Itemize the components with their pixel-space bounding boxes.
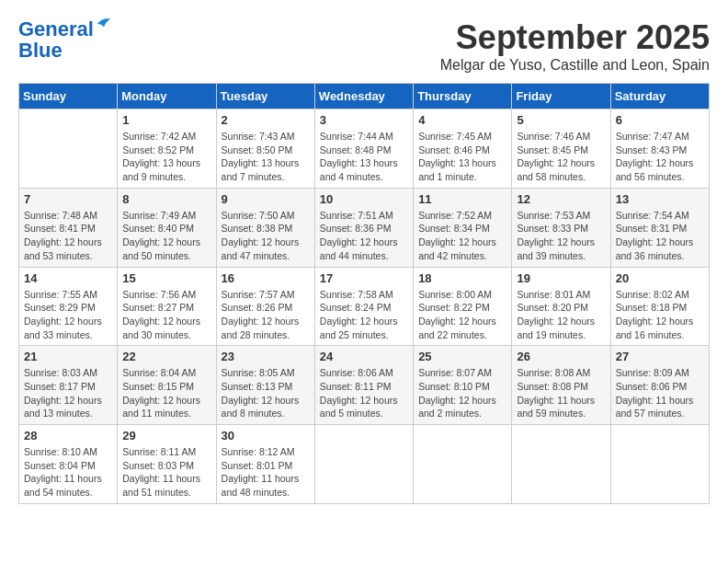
day-info: Sunrise: 7:52 AM Sunset: 8:34 PM Dayligh…: [418, 209, 506, 263]
calendar-week-2: 7Sunrise: 7:48 AM Sunset: 8:41 PM Daylig…: [19, 188, 710, 267]
calendar-cell: 8Sunrise: 7:49 AM Sunset: 8:40 PM Daylig…: [118, 188, 216, 267]
calendar-cell: 27Sunrise: 8:09 AM Sunset: 8:06 PM Dayli…: [610, 346, 709, 425]
day-info: Sunrise: 7:44 AM Sunset: 8:48 PM Dayligh…: [320, 130, 408, 184]
day-number: 21: [24, 350, 112, 363]
calendar-cell: [19, 109, 118, 189]
calendar-cell: 18Sunrise: 8:00 AM Sunset: 8:22 PM Dayli…: [414, 267, 512, 346]
calendar-cell: 13Sunrise: 7:54 AM Sunset: 8:31 PM Dayli…: [610, 188, 709, 267]
logo-bird-icon: [96, 16, 112, 32]
day-info: Sunrise: 7:55 AM Sunset: 8:29 PM Dayligh…: [24, 288, 112, 342]
day-number: 10: [320, 192, 408, 206]
day-info: Sunrise: 7:45 AM Sunset: 8:46 PM Dayligh…: [418, 130, 506, 184]
calendar-cell: 1Sunrise: 7:42 AM Sunset: 8:52 PM Daylig…: [118, 109, 216, 189]
column-header-thursday: Thursday: [414, 84, 512, 109]
column-header-wednesday: Wednesday: [314, 84, 413, 109]
day-number: 24: [320, 350, 408, 363]
day-info: Sunrise: 8:10 AM Sunset: 8:04 PM Dayligh…: [24, 445, 112, 500]
day-number: 29: [122, 429, 210, 442]
calendar-cell: 10Sunrise: 7:51 AM Sunset: 8:36 PM Dayli…: [314, 188, 413, 267]
day-info: Sunrise: 8:05 AM Sunset: 8:13 PM Dayligh…: [222, 366, 310, 420]
column-header-tuesday: Tuesday: [216, 84, 314, 109]
day-number: 13: [616, 192, 704, 206]
day-info: Sunrise: 8:04 AM Sunset: 8:15 PM Dayligh…: [122, 366, 210, 420]
day-info: Sunrise: 8:07 AM Sunset: 8:10 PM Dayligh…: [418, 366, 506, 420]
calendar-cell: 25Sunrise: 8:07 AM Sunset: 8:10 PM Dayli…: [414, 346, 512, 425]
calendar-cell: 28Sunrise: 8:10 AM Sunset: 8:04 PM Dayli…: [19, 425, 118, 504]
day-info: Sunrise: 7:47 AM Sunset: 8:43 PM Dayligh…: [616, 130, 704, 184]
day-number: 18: [418, 271, 506, 285]
day-info: Sunrise: 7:42 AM Sunset: 8:52 PM Dayligh…: [122, 130, 210, 184]
calendar-body: 1Sunrise: 7:42 AM Sunset: 8:52 PM Daylig…: [19, 109, 710, 504]
calendar-cell: 17Sunrise: 7:58 AM Sunset: 8:24 PM Dayli…: [314, 267, 413, 346]
calendar-cell: 4Sunrise: 7:45 AM Sunset: 8:46 PM Daylig…: [414, 109, 512, 189]
calendar-cell: 20Sunrise: 8:02 AM Sunset: 8:18 PM Dayli…: [610, 267, 709, 346]
day-number: 5: [517, 113, 605, 127]
day-info: Sunrise: 7:43 AM Sunset: 8:50 PM Dayligh…: [222, 130, 310, 184]
calendar-table: SundayMondayTuesdayWednesdayThursdayFrid…: [18, 83, 710, 504]
day-info: Sunrise: 8:11 AM Sunset: 8:03 PM Dayligh…: [122, 445, 210, 500]
calendar-cell: 29Sunrise: 8:11 AM Sunset: 8:03 PM Dayli…: [118, 425, 216, 504]
day-info: Sunrise: 8:12 AM Sunset: 8:01 PM Dayligh…: [222, 445, 310, 500]
title-block: September 2025 Melgar de Yuso, Castille …: [440, 18, 710, 74]
calendar-week-4: 21Sunrise: 8:03 AM Sunset: 8:17 PM Dayli…: [19, 346, 710, 425]
calendar-cell: 7Sunrise: 7:48 AM Sunset: 8:41 PM Daylig…: [19, 188, 118, 267]
day-number: 20: [616, 271, 704, 285]
day-info: Sunrise: 7:48 AM Sunset: 8:41 PM Dayligh…: [24, 209, 112, 263]
calendar-cell: 6Sunrise: 7:47 AM Sunset: 8:43 PM Daylig…: [610, 109, 709, 189]
day-number: 17: [320, 271, 408, 285]
day-info: Sunrise: 8:09 AM Sunset: 8:06 PM Dayligh…: [616, 366, 704, 420]
calendar-cell: 5Sunrise: 7:46 AM Sunset: 8:45 PM Daylig…: [512, 109, 610, 189]
day-number: 9: [222, 192, 310, 206]
calendar-week-5: 28Sunrise: 8:10 AM Sunset: 8:04 PM Dayli…: [19, 425, 710, 504]
column-header-saturday: Saturday: [610, 84, 709, 109]
calendar-cell: [314, 425, 413, 504]
day-info: Sunrise: 7:54 AM Sunset: 8:31 PM Dayligh…: [616, 209, 704, 263]
calendar-cell: [414, 425, 512, 504]
day-number: 7: [24, 192, 112, 206]
calendar-header-row: SundayMondayTuesdayWednesdayThursdayFrid…: [19, 84, 710, 109]
logo-text-blue: Blue: [18, 39, 63, 63]
day-number: 6: [616, 113, 704, 127]
calendar-week-3: 14Sunrise: 7:55 AM Sunset: 8:29 PM Dayli…: [19, 267, 710, 346]
column-header-friday: Friday: [512, 84, 610, 109]
day-info: Sunrise: 7:49 AM Sunset: 8:40 PM Dayligh…: [122, 209, 210, 263]
calendar-cell: 30Sunrise: 8:12 AM Sunset: 8:01 PM Dayli…: [216, 425, 314, 504]
logo-text-general: General: [18, 18, 94, 40]
calendar-cell: 21Sunrise: 8:03 AM Sunset: 8:17 PM Dayli…: [19, 346, 118, 425]
calendar-week-1: 1Sunrise: 7:42 AM Sunset: 8:52 PM Daylig…: [19, 109, 710, 189]
calendar-cell: 19Sunrise: 8:01 AM Sunset: 8:20 PM Dayli…: [512, 267, 610, 346]
day-number: 11: [418, 192, 506, 206]
calendar-cell: 11Sunrise: 7:52 AM Sunset: 8:34 PM Dayli…: [414, 188, 512, 267]
day-info: Sunrise: 7:50 AM Sunset: 8:38 PM Dayligh…: [222, 209, 310, 263]
day-info: Sunrise: 8:06 AM Sunset: 8:11 PM Dayligh…: [320, 366, 408, 420]
day-number: 23: [222, 350, 310, 363]
calendar-cell: 3Sunrise: 7:44 AM Sunset: 8:48 PM Daylig…: [314, 109, 413, 189]
day-info: Sunrise: 7:58 AM Sunset: 8:24 PM Dayligh…: [320, 288, 408, 342]
day-info: Sunrise: 7:53 AM Sunset: 8:33 PM Dayligh…: [517, 209, 605, 263]
day-number: 22: [122, 350, 210, 363]
day-number: 8: [122, 192, 210, 206]
day-number: 14: [24, 271, 112, 285]
day-number: 26: [517, 350, 605, 363]
day-info: Sunrise: 8:01 AM Sunset: 8:20 PM Dayligh…: [517, 288, 605, 342]
day-number: 3: [320, 113, 408, 127]
page-header: General Blue September 2025 Melgar de Yu…: [18, 18, 710, 74]
calendar-cell: [512, 425, 610, 504]
day-number: 27: [616, 350, 704, 363]
calendar-cell: 24Sunrise: 8:06 AM Sunset: 8:11 PM Dayli…: [314, 346, 413, 425]
calendar-cell: 12Sunrise: 7:53 AM Sunset: 8:33 PM Dayli…: [512, 188, 610, 267]
day-info: Sunrise: 7:46 AM Sunset: 8:45 PM Dayligh…: [517, 130, 605, 184]
calendar-cell: 23Sunrise: 8:05 AM Sunset: 8:13 PM Dayli…: [216, 346, 314, 425]
day-info: Sunrise: 8:03 AM Sunset: 8:17 PM Dayligh…: [24, 366, 112, 420]
day-info: Sunrise: 8:00 AM Sunset: 8:22 PM Dayligh…: [418, 288, 506, 342]
day-number: 25: [418, 350, 506, 363]
day-info: Sunrise: 7:51 AM Sunset: 8:36 PM Dayligh…: [320, 209, 408, 263]
day-info: Sunrise: 8:08 AM Sunset: 8:08 PM Dayligh…: [517, 366, 605, 420]
month-title: September 2025: [440, 18, 710, 57]
day-info: Sunrise: 7:57 AM Sunset: 8:26 PM Dayligh…: [222, 288, 310, 342]
calendar-cell: 9Sunrise: 7:50 AM Sunset: 8:38 PM Daylig…: [216, 188, 314, 267]
day-number: 1: [122, 113, 210, 127]
day-number: 30: [222, 429, 310, 442]
day-number: 16: [222, 271, 310, 285]
calendar-cell: 15Sunrise: 7:56 AM Sunset: 8:27 PM Dayli…: [118, 267, 216, 346]
